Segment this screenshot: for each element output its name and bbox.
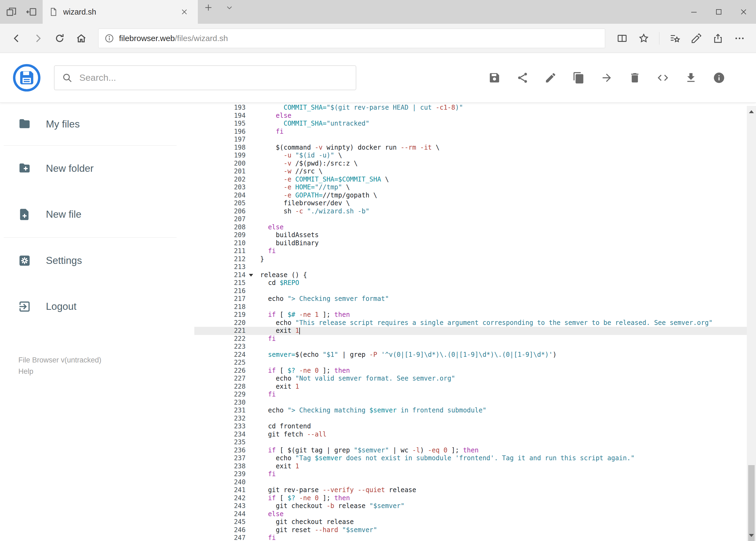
close-button[interactable]	[731, 0, 756, 24]
more-icon[interactable]	[730, 29, 749, 48]
line-number[interactable]: 236	[194, 446, 254, 455]
line-number[interactable]: 241	[194, 486, 254, 494]
back-icon[interactable]	[7, 29, 26, 48]
line-number[interactable]: 199	[194, 152, 254, 160]
move-icon[interactable]	[600, 71, 614, 85]
search-input[interactable]	[79, 72, 349, 83]
share-icon[interactable]	[708, 29, 727, 48]
download-icon[interactable]	[684, 71, 698, 85]
tab-preview-chevron-icon[interactable]	[219, 0, 240, 15]
line-number[interactable]: 203	[194, 184, 254, 192]
line-number[interactable]: 237	[194, 454, 254, 462]
line-number[interactable]: 235	[194, 438, 254, 446]
line-number[interactable]: 214	[194, 271, 254, 279]
line-number[interactable]: 242	[194, 494, 254, 502]
line-number[interactable]: 205	[194, 199, 254, 208]
line-number[interactable]: 204	[194, 192, 254, 200]
line-number[interactable]: 224	[194, 351, 254, 359]
line-number[interactable]: 231	[194, 406, 254, 415]
line-number[interactable]: 217	[194, 295, 254, 303]
sidebar-item-new-folder[interactable]: New folder	[0, 146, 194, 192]
sidebar-item-logout[interactable]: Logout	[0, 283, 194, 329]
line-number[interactable]: 208	[194, 224, 254, 232]
minimize-button[interactable]	[681, 0, 706, 24]
rename-icon[interactable]	[543, 71, 558, 85]
line-number[interactable]: 197	[194, 136, 254, 144]
line-number[interactable]: 218	[194, 303, 254, 311]
line-number[interactable]: 229	[194, 390, 254, 399]
scroll-down-button[interactable]	[747, 530, 756, 541]
info-icon[interactable]	[712, 71, 726, 85]
line-number[interactable]: 194	[194, 112, 254, 120]
copy-icon[interactable]	[571, 71, 586, 85]
tab-close-icon[interactable]	[177, 4, 192, 19]
line-number[interactable]: 196	[194, 128, 254, 136]
url-field[interactable]: filebrowser.web/files/wizard.sh	[98, 29, 605, 48]
favorite-star-icon[interactable]	[634, 29, 653, 48]
help-link[interactable]: Help	[18, 366, 34, 377]
line-number[interactable]: 207	[194, 215, 254, 224]
code-line: 236 if [ $(git tag | grep "$semver" | wc…	[194, 446, 756, 455]
line-number[interactable]: 219	[194, 311, 254, 319]
set-tabs-aside-icon[interactable]	[24, 4, 39, 19]
toolbar-divider	[659, 32, 659, 45]
line-number[interactable]: 243	[194, 502, 254, 510]
home-icon[interactable]	[72, 29, 91, 48]
tabs-you-have-set-aside-icon[interactable]	[4, 4, 19, 19]
forward-icon[interactable]	[29, 29, 48, 48]
browser-tab[interactable]: wizard.sh	[43, 0, 198, 24]
line-number[interactable]: 220	[194, 319, 254, 327]
line-number[interactable]: 232	[194, 415, 254, 423]
line-number[interactable]: 244	[194, 510, 254, 518]
share-icon[interactable]	[515, 71, 530, 85]
line-number[interactable]: 202	[194, 176, 254, 184]
fold-toggle-icon[interactable]	[249, 274, 253, 276]
line-number[interactable]: 245	[194, 518, 254, 526]
reading-view-icon[interactable]	[613, 29, 631, 48]
line-number[interactable]: 230	[194, 399, 254, 407]
line-number[interactable]: 246	[194, 526, 254, 534]
line-number[interactable]: 216	[194, 287, 254, 295]
line-number[interactable]: 228	[194, 383, 254, 391]
line-number[interactable]: 210	[194, 239, 254, 248]
sidebar-item-my-files[interactable]: My files	[0, 103, 194, 145]
line-number[interactable]: 212	[194, 255, 254, 264]
line-number[interactable]: 221	[194, 327, 254, 335]
delete-icon[interactable]	[628, 71, 642, 85]
code-icon[interactable]	[655, 71, 670, 85]
hub-icon[interactable]	[665, 29, 684, 48]
filebrowser-save-logo[interactable]	[12, 64, 41, 92]
line-number[interactable]: 233	[194, 422, 254, 430]
line-number[interactable]: 213	[194, 263, 254, 271]
sidebar-item-new-file[interactable]: New file	[0, 192, 194, 238]
line-number[interactable]: 225	[194, 359, 254, 367]
line-number[interactable]: 206	[194, 208, 254, 216]
line-number[interactable]: 240	[194, 478, 254, 486]
refresh-icon[interactable]	[50, 29, 69, 48]
line-number[interactable]: 234	[194, 430, 254, 439]
line-number[interactable]: 227	[194, 375, 254, 383]
web-note-icon[interactable]	[687, 29, 706, 48]
line-number[interactable]: 193	[194, 104, 254, 112]
line-number[interactable]: 238	[194, 462, 254, 470]
code-editor[interactable]: 193 COMMIT_SHA="$(git rev-parse HEAD | c…	[194, 103, 756, 541]
line-number[interactable]: 198	[194, 144, 254, 152]
line-number[interactable]: 226	[194, 367, 254, 375]
line-number[interactable]: 215	[194, 279, 254, 287]
maximize-button[interactable]	[706, 0, 731, 24]
site-info-icon[interactable]	[105, 34, 114, 43]
line-number[interactable]: 247	[194, 534, 254, 541]
line-number[interactable]: 223	[194, 343, 254, 351]
new-tab-icon[interactable]	[198, 0, 219, 15]
sidebar-item-settings[interactable]: Settings	[0, 238, 194, 283]
line-number[interactable]: 200	[194, 160, 254, 168]
scroll-up-button[interactable]	[747, 106, 756, 117]
line-number[interactable]: 239	[194, 470, 254, 478]
line-number[interactable]: 201	[194, 168, 254, 176]
line-number[interactable]: 222	[194, 335, 254, 343]
search-box[interactable]	[54, 65, 356, 90]
line-number[interactable]: 195	[194, 120, 254, 128]
save-icon[interactable]	[487, 71, 502, 85]
line-number[interactable]: 209	[194, 231, 254, 239]
line-number[interactable]: 211	[194, 247, 254, 255]
